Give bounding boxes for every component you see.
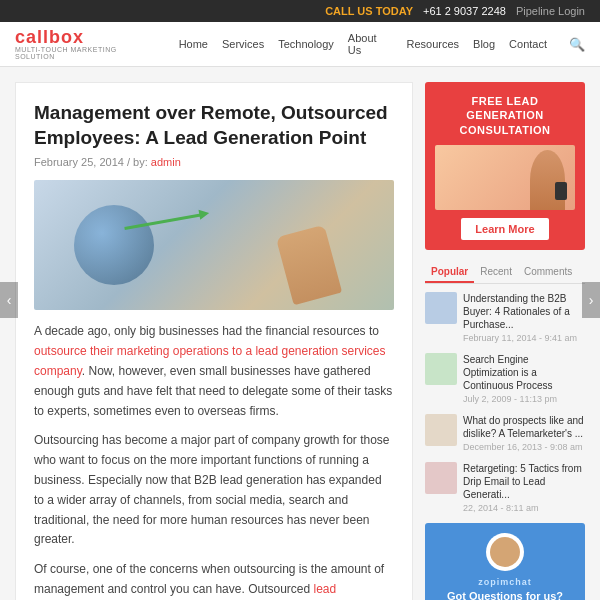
tab-popular[interactable]: Popular (425, 262, 474, 283)
article-image (34, 180, 394, 310)
article-content: Management over Remote, Outsourced Emplo… (15, 82, 413, 600)
article-meta: February 25, 2014 / by: admin (34, 156, 394, 168)
nav-services[interactable]: Services (222, 38, 264, 50)
post-date-1: February 11, 2014 - 9:41 am (463, 333, 585, 343)
nav-arrow-right[interactable]: › (582, 282, 600, 318)
post-title-4[interactable]: Retargeting: 5 Tactics from Drip Email t… (463, 462, 585, 501)
ad-box: FREE LEAD GENERATION CONSULTATION Learn … (425, 82, 585, 250)
nav-arrow-left[interactable]: ‹ (0, 282, 18, 318)
pipeline-login-link[interactable]: Pipeline Login (516, 5, 585, 17)
post-thumb-3 (425, 414, 457, 446)
sidebar-post-2: Search Engine Optimization is a Continuo… (425, 353, 585, 404)
tab-comments[interactable]: Comments (518, 262, 578, 283)
post-title-2[interactable]: Search Engine Optimization is a Continuo… (463, 353, 585, 392)
main-layout: Management over Remote, Outsourced Emplo… (0, 67, 600, 600)
phone-number: +61 2 9037 2248 (423, 5, 506, 17)
sidebar-post-1: Understanding the B2B Buyer: 4 Rationale… (425, 292, 585, 343)
article-paragraph-1: A decade ago, only big businesses had th… (34, 322, 394, 421)
top-bar: CALL US TODAY +61 2 9037 2248 Pipeline L… (0, 0, 600, 22)
main-nav: callbox MULTI-TOUCH MARKETING SOLUTION H… (0, 22, 600, 67)
sidebar-tabs: Popular Recent Comments (425, 262, 585, 284)
ad-title: FREE LEAD GENERATION CONSULTATION (435, 94, 575, 137)
chat-brand: zopimchat (435, 577, 575, 587)
ad-phone (555, 182, 567, 200)
logo-text: callbox (15, 28, 159, 46)
chat-text: Got Questions for us? Let's talk (435, 589, 575, 600)
chat-avatar (486, 533, 524, 571)
sidebar-post-4: Retargeting: 5 Tactics from Drip Email t… (425, 462, 585, 513)
link-outsource[interactable]: outsource their marketing operations to … (34, 344, 386, 378)
article-date: February 25, 2014 (34, 156, 124, 168)
ad-image (435, 145, 575, 210)
nav-technology[interactable]: Technology (278, 38, 334, 50)
sidebar: FREE LEAD GENERATION CONSULTATION Learn … (425, 82, 585, 600)
call-us-label: CALL US TODAY (325, 5, 413, 17)
post-thumb-2 (425, 353, 457, 385)
search-icon[interactable]: 🔍 (569, 37, 585, 52)
logo-sub: MULTI-TOUCH MARKETING SOLUTION (15, 46, 159, 60)
ad-person (530, 150, 565, 210)
nav-links: Home Services Technology About Us Resour… (179, 32, 585, 56)
post-title-3[interactable]: What do prospects like and dislike? A Te… (463, 414, 585, 440)
nav-home[interactable]: Home (179, 38, 208, 50)
post-date-2: July 2, 2009 - 11:13 pm (463, 394, 585, 404)
post-thumb-4 (425, 462, 457, 494)
site-logo[interactable]: callbox MULTI-TOUCH MARKETING SOLUTION (15, 28, 159, 60)
post-date-4: 22, 2014 - 8:11 am (463, 503, 585, 513)
nav-about[interactable]: About Us (348, 32, 393, 56)
article-author[interactable]: admin (151, 156, 181, 168)
sidebar-post-3: What do prospects like and dislike? A Te… (425, 414, 585, 452)
post-title-1[interactable]: Understanding the B2B Buyer: 4 Rationale… (463, 292, 585, 331)
nav-blog[interactable]: Blog (473, 38, 495, 50)
chat-avatar-image (490, 537, 520, 567)
globe-decoration (74, 205, 154, 285)
link-providers[interactable]: lead generation services providers (34, 582, 336, 600)
by-label: by: (133, 156, 148, 168)
article-title: Management over Remote, Outsourced Emplo… (34, 101, 394, 150)
article-paragraph-3: Of course, one of the concerns when outs… (34, 560, 394, 600)
chat-widget[interactable]: zopimchat Got Questions for us? Let's ta… (425, 523, 585, 600)
tab-recent[interactable]: Recent (474, 262, 518, 283)
learn-more-button[interactable]: Learn More (461, 218, 548, 240)
post-thumb-1 (425, 292, 457, 324)
hand-decoration (276, 225, 342, 306)
article-paragraph-2: Outsourcing has become a major part of c… (34, 431, 394, 550)
post-date-3: December 16, 2013 - 9:08 am (463, 442, 585, 452)
nav-contact[interactable]: Contact (509, 38, 547, 50)
nav-resources[interactable]: Resources (406, 38, 459, 50)
image-overlay (34, 180, 394, 310)
